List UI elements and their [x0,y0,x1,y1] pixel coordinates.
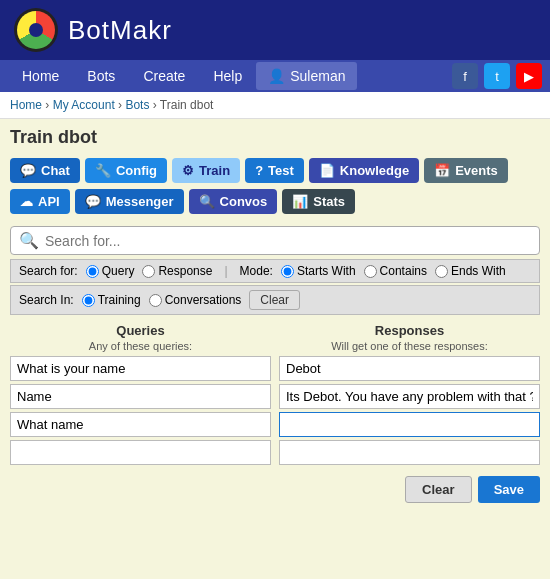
test-icon: ? [255,163,263,178]
api-icon: ☁ [20,194,33,209]
train-icon: ⚙ [182,163,194,178]
convos-icon: 🔍 [199,194,215,209]
search-icon: 🔍 [19,231,39,250]
queries-column: Queries Any of these queries: [10,321,271,468]
responses-column: Responses Will get one of these response… [279,321,540,468]
query-input-3[interactable] [10,412,271,437]
query-response-columns: Queries Any of these queries: Responses … [10,321,540,468]
user-icon: 👤 [268,68,285,84]
toolbar-api[interactable]: ☁ API [10,189,70,214]
bottom-actions: Clear Save [0,468,550,511]
toolbar-chat[interactable]: 💬 Chat [10,158,80,183]
toolbar-row2: ☁ API 💬 Messenger 🔍 Convos 📊 Stats [0,189,550,220]
search-input[interactable] [45,233,531,249]
query-radio[interactable] [86,265,99,278]
username: Suleman [290,68,345,84]
mode-label: Mode: [240,264,273,278]
app-header: BotMakr [0,0,550,60]
breadcrumb: Home › My Account › Bots › Train dbot [0,92,550,119]
search-area: 🔍 [10,226,540,255]
breadcrumb-home[interactable]: Home [10,98,42,112]
toolbar-events[interactable]: 📅 Events [424,158,508,183]
responses-header: Responses [279,321,540,340]
messenger-icon: 💬 [85,194,101,209]
queries-subheader: Any of these queries: [10,340,271,352]
breadcrumb-bots[interactable]: Bots [125,98,149,112]
toolbar-convos[interactable]: 🔍 Convos [189,189,278,214]
config-icon: 🔧 [95,163,111,178]
social-links: f t ▶ [452,63,542,89]
search-in-label: Search In: [19,293,74,307]
toolbar-config[interactable]: 🔧 Config [85,158,167,183]
ends-with-radio[interactable] [435,265,448,278]
training-radio[interactable] [82,294,95,307]
query-input-4[interactable] [10,440,271,465]
toolbar-stats[interactable]: 📊 Stats [282,189,355,214]
chat-icon: 💬 [20,163,36,178]
contains-radio[interactable] [364,265,377,278]
title-bold: Bot [68,15,110,45]
nav-home[interactable]: Home [8,60,73,92]
search-for-label: Search for: [19,264,78,278]
page-title: Train dbot [0,119,550,152]
stats-icon: 📊 [292,194,308,209]
title-light: Makr [110,15,172,45]
query-radio-label[interactable]: Query [86,264,135,278]
search-options-row1: Search for: Query Response | Mode: Start… [10,259,540,283]
nav-help[interactable]: Help [199,60,256,92]
contains-label[interactable]: Contains [364,264,427,278]
queries-header: Queries [10,321,271,340]
search-options-row2: Search In: Training Conversations Clear [10,285,540,315]
knowledge-icon: 📄 [319,163,335,178]
breadcrumb-current: Train dbot [160,98,214,112]
save-button[interactable]: Save [478,476,540,503]
response-input-2[interactable] [279,384,540,409]
nav-create[interactable]: Create [129,60,199,92]
facebook-icon[interactable]: f [452,63,478,89]
nav-bots[interactable]: Bots [73,60,129,92]
response-radio[interactable] [142,265,155,278]
app-logo [14,8,58,52]
toolbar-row1: 💬 Chat 🔧 Config ⚙ Train ? Test 📄 Knowled… [0,152,550,189]
response-radio-label[interactable]: Response [142,264,212,278]
starts-with-label[interactable]: Starts With [281,264,356,278]
response-input-4[interactable] [279,440,540,465]
app-title: BotMakr [68,15,172,46]
ends-with-label[interactable]: Ends With [435,264,506,278]
toolbar-knowledge[interactable]: 📄 Knowledge [309,158,419,183]
responses-subheader: Will get one of these responses: [279,340,540,352]
toolbar-messenger[interactable]: 💬 Messenger [75,189,184,214]
youtube-icon[interactable]: ▶ [516,63,542,89]
events-icon: 📅 [434,163,450,178]
toolbar-test[interactable]: ? Test [245,158,304,183]
breadcrumb-myaccount[interactable]: My Account [53,98,115,112]
toolbar-train[interactable]: ⚙ Train [172,158,240,183]
response-input-1[interactable] [279,356,540,381]
response-input-3[interactable] [279,412,540,437]
conversations-radio[interactable] [149,294,162,307]
query-input-1[interactable] [10,356,271,381]
starts-with-radio[interactable] [281,265,294,278]
twitter-icon[interactable]: t [484,63,510,89]
nav-user[interactable]: 👤 Suleman [256,62,357,90]
conversations-radio-label[interactable]: Conversations [149,293,242,307]
training-radio-label[interactable]: Training [82,293,141,307]
options-clear-button[interactable]: Clear [249,290,300,310]
clear-button[interactable]: Clear [405,476,472,503]
query-input-2[interactable] [10,384,271,409]
main-nav: Home Bots Create Help 👤 Suleman f t ▶ [0,60,550,92]
